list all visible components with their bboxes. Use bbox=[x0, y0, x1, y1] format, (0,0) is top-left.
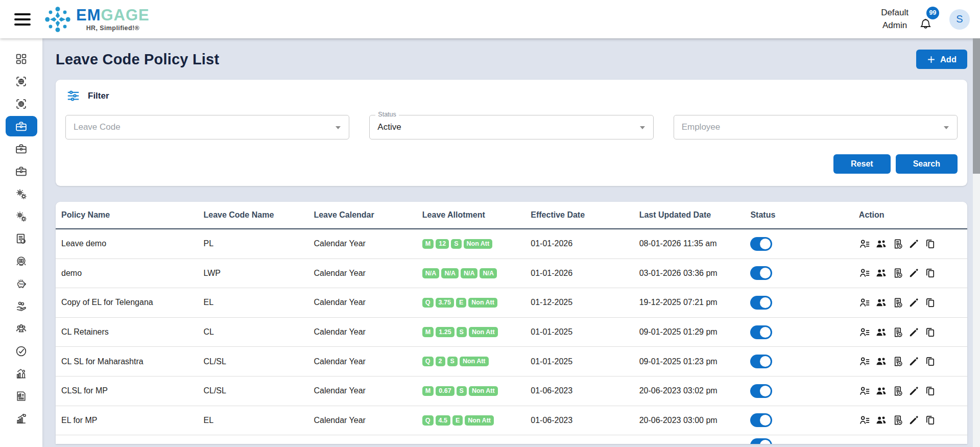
table-row: CLSL for MPCL/SLCalendar YearM0.67SNon A… bbox=[56, 377, 967, 406]
status-toggle[interactable] bbox=[750, 296, 772, 310]
sidebar-item-settings-1[interactable] bbox=[6, 182, 37, 205]
search-button[interactable]: Search bbox=[896, 154, 958, 174]
sidebar-item-dashboard[interactable] bbox=[6, 48, 37, 70]
emgage-logo-icon bbox=[44, 6, 71, 33]
sidebar-item-settings-2[interactable] bbox=[6, 205, 37, 227]
status-toggle[interactable] bbox=[750, 413, 772, 427]
status-select[interactable]: Status Active bbox=[369, 115, 653, 139]
page-scrollbar[interactable] bbox=[973, 38, 980, 447]
policy-history-icon[interactable] bbox=[892, 414, 903, 426]
employees-group-icon[interactable] bbox=[875, 326, 887, 338]
toggle-knob bbox=[760, 268, 771, 278]
sidebar-item-tax[interactable]: TAX bbox=[6, 272, 37, 295]
assign-employees-icon[interactable] bbox=[859, 414, 871, 426]
sidebar-item-face-scan-2[interactable] bbox=[6, 92, 37, 115]
copy-icon[interactable] bbox=[924, 356, 936, 367]
employees-group-icon[interactable] bbox=[875, 385, 887, 397]
status-toggle[interactable] bbox=[750, 266, 772, 280]
add-button[interactable]: Add bbox=[916, 50, 967, 69]
policy-history-icon[interactable] bbox=[892, 356, 903, 367]
assign-employees-icon[interactable] bbox=[859, 297, 871, 309]
status-cell bbox=[745, 384, 853, 398]
sidebar-item-growth[interactable] bbox=[6, 362, 37, 385]
employees-group-icon[interactable] bbox=[875, 414, 887, 426]
policy-history-icon[interactable] bbox=[892, 267, 903, 279]
effective-date-cell: 01-01-2026 bbox=[525, 269, 633, 278]
last-updated-date-cell: 09-01-2025 01:23 pm bbox=[634, 357, 745, 366]
policy-history-icon[interactable] bbox=[892, 385, 903, 397]
policy-history-icon[interactable] bbox=[892, 326, 903, 338]
copy-icon[interactable] bbox=[924, 297, 936, 309]
column-header-leave-code-name: Leave Code Name bbox=[198, 210, 308, 220]
current-user-name: Default Admin bbox=[881, 7, 909, 32]
policy-history-icon[interactable] bbox=[892, 297, 903, 309]
table-header-row: Policy Name Leave Code Name Leave Calend… bbox=[56, 202, 967, 229]
copy-icon[interactable] bbox=[924, 326, 936, 338]
edit-icon[interactable] bbox=[908, 238, 920, 250]
assign-employees-icon[interactable] bbox=[859, 385, 871, 397]
toggle-knob bbox=[760, 440, 771, 444]
leave-calendar-cell: Calendar Year bbox=[308, 416, 416, 425]
sidebar-item-employees[interactable] bbox=[6, 317, 37, 340]
scrollbar-thumb[interactable] bbox=[973, 38, 980, 174]
sidebar-item-briefcase-2[interactable] bbox=[6, 137, 37, 160]
copy-icon[interactable] bbox=[924, 238, 936, 250]
sidebar-item-payslip[interactable] bbox=[6, 385, 37, 407]
policy-history-icon[interactable] bbox=[892, 238, 903, 250]
assign-employees-icon[interactable] bbox=[859, 238, 871, 250]
leave-code-select[interactable]: Leave Code bbox=[65, 115, 349, 139]
column-header-last-updated-date: Last Updated Date bbox=[634, 210, 745, 220]
sidebar-item-approvals[interactable] bbox=[6, 340, 37, 362]
edit-icon[interactable] bbox=[908, 356, 920, 367]
sidebar-item-performance[interactable] bbox=[6, 407, 37, 430]
doc-chart-icon bbox=[15, 390, 28, 403]
status-toggle[interactable] bbox=[750, 384, 772, 398]
assign-employees-icon[interactable] bbox=[859, 326, 871, 338]
leave-allotment-cell: N/AN/AN/AN/A bbox=[417, 268, 525, 278]
briefcase-icon bbox=[15, 143, 28, 155]
leave-allotment-cell: M1.25SNon Att bbox=[417, 327, 525, 337]
reset-button[interactable]: Reset bbox=[833, 154, 891, 174]
leave-calendar-cell: Calendar Year bbox=[308, 357, 416, 366]
avatar[interactable]: S bbox=[949, 9, 970, 30]
sidebar-item-reports[interactable] bbox=[6, 227, 37, 250]
leave-calendar-cell: Calendar Year bbox=[308, 327, 416, 337]
copy-icon[interactable] bbox=[924, 267, 936, 279]
status-cell bbox=[745, 325, 853, 339]
employee-select[interactable]: Employee bbox=[674, 115, 958, 139]
sidebar-item-payroll[interactable] bbox=[6, 295, 37, 317]
employees-group-icon[interactable] bbox=[875, 267, 887, 279]
plus-icon bbox=[927, 55, 936, 64]
column-header-effective-date: Effective Date bbox=[525, 210, 633, 220]
dashboard-icon bbox=[15, 53, 28, 65]
edit-icon[interactable] bbox=[908, 267, 920, 279]
sidebar-item-cash-machine[interactable] bbox=[6, 250, 37, 272]
allotment-badge: E bbox=[452, 415, 463, 426]
assign-employees-icon[interactable] bbox=[859, 356, 871, 367]
edit-icon[interactable] bbox=[908, 297, 920, 309]
sidebar-item-face-scan-1[interactable] bbox=[6, 70, 37, 92]
status-toggle[interactable] bbox=[750, 237, 772, 251]
copy-icon[interactable] bbox=[924, 414, 936, 426]
assign-employees-icon[interactable] bbox=[859, 267, 871, 279]
status-toggle[interactable] bbox=[750, 325, 772, 339]
employees-group-icon[interactable] bbox=[875, 356, 887, 367]
last-updated-date-cell: 08-01-2026 11:35 am bbox=[634, 239, 745, 248]
edit-icon[interactable] bbox=[908, 414, 920, 426]
employees-group-icon[interactable] bbox=[875, 297, 887, 309]
top-bar: EMGAGE HR, Simplified!® Default Admin 99… bbox=[0, 0, 980, 38]
copy-icon[interactable] bbox=[924, 385, 936, 397]
edit-icon[interactable] bbox=[908, 326, 920, 338]
status-toggle[interactable] bbox=[750, 355, 772, 368]
notifications-button[interactable]: 99 bbox=[919, 7, 939, 32]
employees-group-icon[interactable] bbox=[875, 238, 887, 250]
hamburger-menu-icon[interactable] bbox=[14, 13, 31, 26]
allotment-badge: M bbox=[422, 386, 434, 396]
status-toggle[interactable] bbox=[750, 438, 772, 444]
sidebar-item-leave-management[interactable] bbox=[6, 116, 37, 136]
table-row: CL RetainersCLCalendar YearM1.25SNon Att… bbox=[56, 318, 967, 347]
policy-name-cell: CL SL for Maharashtra bbox=[56, 357, 198, 366]
sidebar-item-briefcase-3[interactable] bbox=[6, 160, 37, 182]
edit-icon[interactable] bbox=[908, 385, 920, 397]
chevron-down-icon bbox=[336, 126, 341, 129]
